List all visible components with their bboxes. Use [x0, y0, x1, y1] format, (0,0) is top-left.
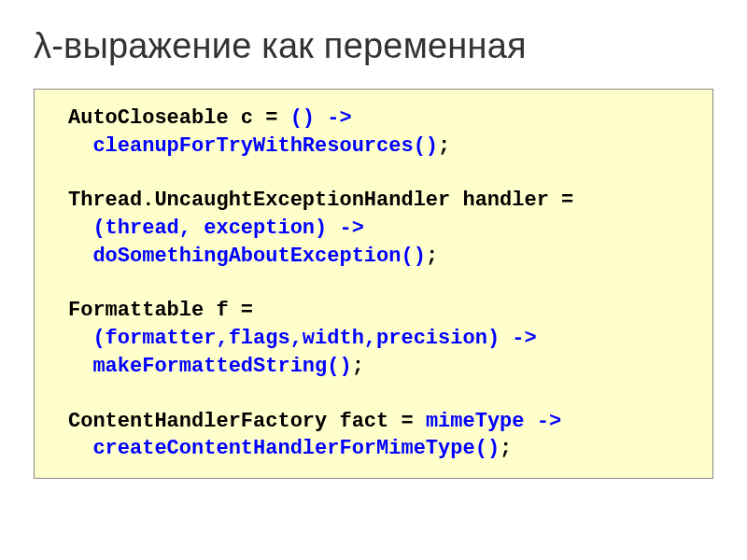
- code-line: cleanupForTryWithResources();: [42, 133, 705, 161]
- code-line: Thread.UncaughtExceptionHandler handler …: [42, 187, 705, 215]
- code-line: Formattable f =: [42, 297, 705, 325]
- code-line: doSomethingAboutException();: [42, 243, 705, 271]
- code-line: (formatter,flags,width,precision) ->: [42, 325, 705, 353]
- blank-line: [42, 381, 705, 408]
- code-line: AutoCloseable c = () ->: [42, 105, 705, 133]
- code-spacer: [68, 217, 92, 240]
- code-block: AutoCloseable c = () -> cleanupForTryWit…: [34, 89, 713, 479]
- code-call: doSomethingAboutException(): [92, 245, 425, 268]
- code-semi: ;: [500, 437, 512, 460]
- code-text: ContentHandlerFactory fact =: [68, 410, 426, 433]
- code-lambda: (thread, exception) ->: [92, 217, 363, 240]
- code-lambda: () ->: [290, 106, 352, 130]
- code-lambda: (formatter,flags,width,precision) ->: [92, 327, 536, 350]
- code-text: Thread.UncaughtExceptionHandler handler …: [68, 189, 573, 212]
- code-semi: ;: [438, 134, 450, 158]
- blank-line: [42, 160, 705, 187]
- code-text: Formattable f =: [68, 299, 253, 322]
- code-semi: ;: [426, 245, 438, 268]
- code-spacer: [68, 327, 92, 350]
- code-text: AutoCloseable c =: [68, 106, 290, 130]
- code-lambda: mimeType ->: [426, 410, 561, 433]
- code-line: makeFormattedString();: [42, 353, 705, 381]
- code-spacer: [68, 355, 92, 378]
- code-line: ContentHandlerFactory fact = mimeType ->: [42, 408, 705, 436]
- slide-title: λ-выражение как переменная: [34, 26, 713, 66]
- code-call: createContentHandlerForMimeType(): [92, 437, 500, 460]
- code-spacer: [68, 437, 92, 460]
- code-line: createContentHandlerForMimeType();: [42, 435, 705, 463]
- code-line: (thread, exception) ->: [42, 215, 705, 243]
- blank-line: [42, 270, 705, 297]
- code-call: cleanupForTryWithResources(): [92, 134, 438, 158]
- code-semi: ;: [352, 355, 364, 378]
- code-spacer: [68, 134, 92, 158]
- slide: λ-выражение как переменная AutoCloseable…: [0, 0, 747, 560]
- code-spacer: [68, 245, 92, 268]
- code-call: makeFormattedString(): [92, 355, 351, 378]
